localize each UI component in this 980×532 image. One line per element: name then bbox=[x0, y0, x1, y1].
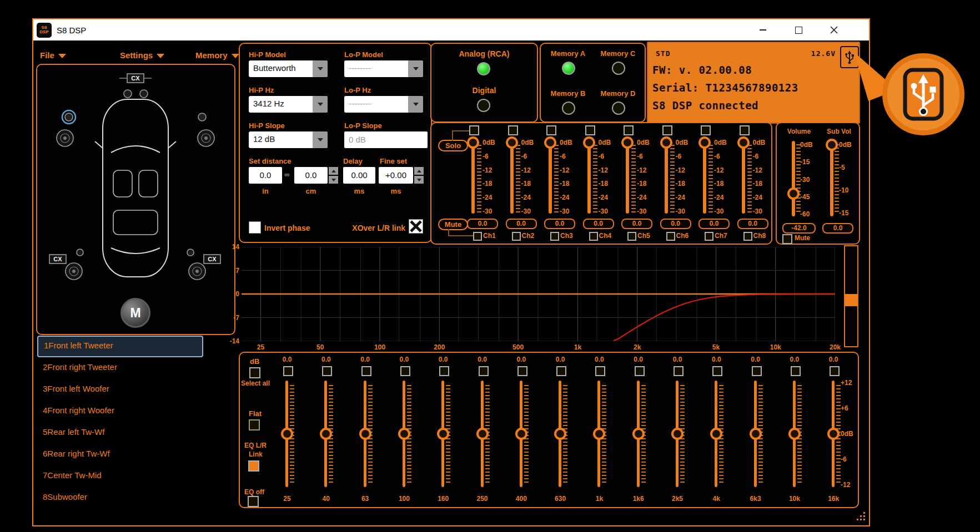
eq-band-value[interactable]: 0.0 bbox=[619, 356, 658, 363]
eq-band-value[interactable]: 0.0 bbox=[424, 356, 463, 363]
eq-band-knob[interactable] bbox=[476, 428, 489, 440]
channel-solo-checkbox[interactable] bbox=[624, 125, 634, 135]
channel-select-checkbox[interactable] bbox=[743, 232, 752, 241]
menu-memory[interactable]: Memory bbox=[195, 50, 239, 60]
channel-fader-knob[interactable] bbox=[506, 136, 518, 149]
channel-select-checkbox[interactable] bbox=[589, 232, 598, 241]
menu-file[interactable]: File bbox=[40, 50, 66, 60]
eq-band-value[interactable]: 0.0 bbox=[580, 356, 619, 363]
channel-list-item[interactable]: 7Center Tw-Mid bbox=[37, 465, 209, 485]
sub-volume-value[interactable]: 0.0 bbox=[822, 223, 853, 234]
lp-slope-value[interactable]: 0 dB bbox=[344, 131, 428, 148]
volume-value[interactable]: -42.0 bbox=[782, 223, 816, 234]
lp-freq-select[interactable]: -------- bbox=[344, 96, 423, 113]
eq-band-checkbox[interactable] bbox=[791, 366, 801, 376]
fine-set-field[interactable]: +0.00 bbox=[379, 167, 413, 184]
delay-field[interactable]: 0.00 bbox=[343, 167, 375, 184]
channel-list-item[interactable]: 4Front right Woofer bbox=[37, 401, 209, 420]
eq-band-checkbox[interactable] bbox=[635, 366, 645, 376]
xover-link-checkbox[interactable] bbox=[409, 219, 423, 234]
resize-grip[interactable] bbox=[856, 511, 866, 523]
eq-band-value[interactable]: 0.0 bbox=[502, 356, 541, 363]
channel-select-checkbox[interactable] bbox=[666, 232, 675, 241]
speaker-center-left[interactable] bbox=[124, 90, 132, 98]
channel-select-checkbox[interactable] bbox=[550, 232, 559, 241]
channel-fader-track[interactable] bbox=[587, 141, 591, 214]
channel-select-checkbox[interactable] bbox=[473, 232, 482, 241]
channel-solo-checkbox[interactable] bbox=[585, 125, 595, 135]
dropdown-arrow-icon[interactable] bbox=[408, 96, 423, 113]
eq-band-checkbox[interactable] bbox=[400, 366, 410, 376]
spinner-down-icon[interactable] bbox=[329, 176, 338, 184]
channel-fader-knob[interactable] bbox=[544, 136, 556, 149]
channel-solo-checkbox[interactable] bbox=[662, 125, 672, 135]
eq-band-knob[interactable] bbox=[554, 428, 566, 440]
channel-fader-track[interactable] bbox=[665, 141, 668, 214]
channel-fader-track[interactable] bbox=[742, 141, 745, 214]
eq-band-value[interactable]: 0.0 bbox=[385, 356, 424, 363]
eq-band-value[interactable]: 0.0 bbox=[541, 356, 580, 363]
eq-band-checkbox[interactable] bbox=[830, 366, 840, 376]
eq-flat-checkbox[interactable] bbox=[249, 419, 260, 430]
eq-band-knob[interactable] bbox=[359, 428, 371, 440]
sub-fader-track[interactable] bbox=[830, 141, 833, 216]
eq-band-value[interactable]: 0.0 bbox=[346, 356, 385, 363]
menu-settings[interactable]: Settings bbox=[120, 50, 164, 60]
spinner-down-icon[interactable] bbox=[414, 176, 424, 184]
channel-select-checkbox[interactable] bbox=[705, 232, 713, 241]
eq-band-value[interactable]: 0.0 bbox=[268, 356, 306, 363]
eq-band-value[interactable]: 0.0 bbox=[658, 356, 697, 363]
eq-band-value[interactable]: 0.0 bbox=[814, 356, 853, 363]
speaker-center-right[interactable] bbox=[140, 90, 148, 98]
channel-list-item[interactable]: 1Front left Tweeter bbox=[37, 336, 203, 357]
channel-solo-checkbox[interactable] bbox=[701, 125, 711, 135]
graph-scrollbar-thumb[interactable] bbox=[845, 294, 857, 306]
volume-fader-knob[interactable] bbox=[787, 188, 800, 200]
hp-model-select[interactable]: Butterworth bbox=[249, 60, 328, 77]
hp-slope-select[interactable]: 12 dB bbox=[249, 131, 328, 148]
spinner-up-icon[interactable] bbox=[329, 167, 338, 175]
spinner-up-icon[interactable] bbox=[414, 167, 424, 175]
channel-fader-knob[interactable] bbox=[583, 136, 595, 149]
channel-select-checkbox[interactable] bbox=[627, 232, 636, 241]
eq-band-value[interactable]: 0.0 bbox=[775, 356, 814, 363]
channel-list-item[interactable]: 5Rear left Tw-Wf bbox=[37, 422, 209, 442]
eq-band-checkbox[interactable] bbox=[283, 366, 293, 376]
eq-band-checkbox[interactable] bbox=[322, 366, 332, 376]
distance-in-field[interactable]: 0.0 bbox=[249, 167, 282, 184]
eq-band-checkbox[interactable] bbox=[674, 366, 684, 376]
volume-fader-track[interactable] bbox=[792, 141, 795, 216]
graph-scrollbar[interactable] bbox=[844, 245, 858, 347]
channel-list-item[interactable]: 3Front left Woofer bbox=[37, 379, 209, 398]
dropdown-arrow-icon[interactable] bbox=[408, 60, 423, 77]
eq-band-checkbox[interactable] bbox=[517, 366, 527, 376]
eq-band-checkbox[interactable] bbox=[439, 366, 449, 376]
channel-fader-track[interactable] bbox=[549, 141, 552, 214]
channel-solo-checkbox[interactable] bbox=[508, 125, 518, 135]
dropdown-arrow-icon[interactable] bbox=[313, 131, 328, 148]
eq-band-value[interactable]: 0.0 bbox=[306, 356, 345, 363]
dropdown-arrow-icon[interactable] bbox=[313, 60, 328, 77]
channel-fader-knob[interactable] bbox=[621, 136, 634, 149]
speaker-rear-left-tweeter[interactable] bbox=[77, 249, 83, 256]
channel-gain-value[interactable]: 0.0 bbox=[737, 219, 768, 229]
master-button[interactable]: M bbox=[120, 298, 150, 328]
hp-freq-select[interactable]: 3412 Hz bbox=[249, 96, 328, 113]
speaker-front-left-tweeter[interactable] bbox=[65, 113, 73, 121]
channel-list-item[interactable]: 6Rear right Tw-Wf bbox=[37, 444, 209, 463]
eq-band-checkbox[interactable] bbox=[595, 366, 605, 376]
dropdown-arrow-icon[interactable] bbox=[313, 96, 328, 113]
eq-band-knob[interactable] bbox=[398, 428, 410, 440]
channel-solo-checkbox[interactable] bbox=[546, 125, 556, 135]
eq-band-knob[interactable] bbox=[671, 428, 684, 440]
eq-band-knob[interactable] bbox=[515, 428, 527, 440]
eq-band-value[interactable]: 0.0 bbox=[463, 356, 502, 363]
sub-fader-knob[interactable] bbox=[826, 139, 838, 151]
eq-band-knob[interactable] bbox=[750, 428, 762, 440]
channel-fader-knob[interactable] bbox=[737, 136, 750, 149]
master-mute-checkbox[interactable] bbox=[782, 234, 792, 244]
channel-fader-knob[interactable] bbox=[467, 136, 479, 149]
channel-fader-knob[interactable] bbox=[660, 136, 672, 149]
eq-band-value[interactable]: 0.0 bbox=[697, 356, 736, 363]
close-button[interactable] bbox=[821, 19, 847, 40]
